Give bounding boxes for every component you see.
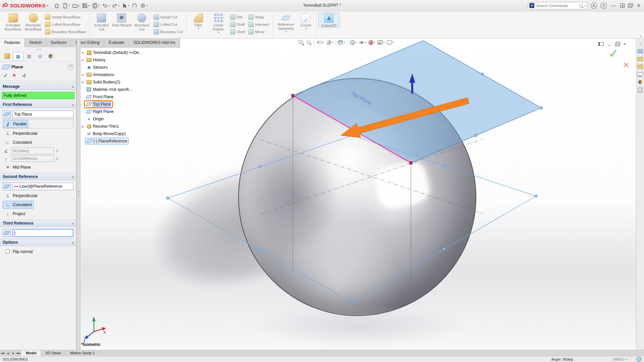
custom-properties-icon[interactable]	[638, 87, 643, 92]
apply-scene-button[interactable]: ▾	[377, 39, 385, 46]
angle-spinner[interactable]: ▴▾	[56, 149, 58, 153]
coincident2-constraint-row[interactable]: ∟ Coincident	[3, 200, 73, 209]
second-reference-field[interactable]: Line3@PlaneReference	[12, 183, 73, 190]
collapse-chevron-icon[interactable]: ▴	[72, 85, 73, 88]
minimize-button[interactable]: —	[610, 3, 617, 8]
hide-show-items-button[interactable]: ▾	[358, 39, 367, 46]
confirm-cancel-icon[interactable]: ×	[623, 59, 629, 71]
print-button[interactable]: ▾	[91, 2, 100, 9]
display-style-button[interactable]: ▾	[349, 39, 358, 46]
revolved-cut-button[interactable]: Revolved Cut	[132, 13, 152, 31]
select-cursor-button[interactable]: ▾	[121, 2, 130, 9]
restore-window-button[interactable]	[628, 4, 632, 8]
flip-normal-checkbox[interactable]	[5, 249, 10, 254]
hole-wizard-button[interactable]: Hole Wizard	[112, 13, 131, 27]
mirror-button[interactable]: Mirror	[247, 28, 270, 36]
expander-icon[interactable]: ▸	[80, 73, 85, 76]
brand-menu-caret-icon[interactable]: ▸	[47, 4, 48, 7]
design-library-icon[interactable]	[638, 57, 643, 61]
panel-splitter[interactable]	[76, 39, 80, 350]
search-commands-box[interactable]: > ▾	[528, 2, 587, 9]
keep-visible-pin-icon[interactable]: ▸	[22, 74, 25, 77]
project-constraint-row[interactable]: ↓ Project	[3, 209, 73, 218]
print-caret-icon[interactable]: ▾	[98, 4, 100, 7]
units-caret-icon[interactable]: ▾	[626, 358, 628, 361]
expander-icon[interactable]: ▾	[80, 51, 85, 54]
lofted-cut-button[interactable]: Lofted Cut	[152, 21, 184, 28]
view-settings-caret-icon[interactable]: ▾	[393, 41, 394, 44]
ribbon-collapse-icon[interactable]: ▴	[640, 35, 641, 38]
next-tab-arrow-icon[interactable]: ▶	[11, 350, 16, 356]
tile-windows-icon[interactable]	[620, 3, 625, 8]
second-reference-section-header[interactable]: Second Reference ▴	[0, 173, 76, 180]
feature-tree-item[interactable]: Right Plane	[80, 108, 176, 115]
coincident-constraint-row[interactable]: ∟ Coincident	[3, 138, 73, 146]
wrap-button[interactable]: Wrap	[247, 13, 270, 21]
feature-tree-item[interactable]: Front Plane	[80, 93, 176, 101]
message-section-header[interactable]: Message ▴	[0, 83, 76, 90]
feature-tree-item[interactable]: Material <not specifi...	[80, 86, 176, 93]
configurationmanager-tab[interactable]	[24, 52, 34, 60]
flip-normal-option[interactable]: Flip normal	[4, 248, 72, 255]
perpendicular-constraint-row[interactable]: ⊥ Perpendicular	[3, 129, 73, 137]
app-menu[interactable]: SOLIDWORKS ▸	[2, 2, 48, 9]
save-caret-icon[interactable]: ▾	[88, 4, 90, 7]
previous-tab-arrow-icon[interactable]: ◀	[5, 350, 11, 356]
perpendicular2-constraint-row[interactable]: ⊥ Perpendicular	[3, 191, 73, 200]
feature-tree-item[interactable]: Top Plane	[80, 101, 176, 108]
undo-button[interactable]: ▾	[101, 2, 110, 9]
revolved-boss-button[interactable]: Revolved Boss/Base	[23, 13, 43, 31]
search-icon[interactable]	[579, 4, 583, 7]
swept-cut-button[interactable]: Swept Cut	[152, 13, 184, 21]
pane-layout-icon[interactable]	[598, 42, 604, 46]
doc-minimize-icon[interactable]	[608, 45, 611, 46]
angle-input[interactable]: 90.00deg	[11, 147, 54, 154]
propertymanager-tab[interactable]	[13, 52, 23, 61]
lofted-boss-button[interactable]: Lofted Boss/Base	[44, 21, 88, 28]
commandmanager-tab[interactable]: Sketch	[25, 39, 46, 47]
model-view-tab[interactable]: Motion Study 1	[66, 350, 99, 356]
doc-close-icon[interactable]: ×	[623, 41, 626, 47]
pm-help-icon[interactable]: ?	[68, 64, 73, 70]
expander-icon[interactable]: ▸	[80, 58, 85, 62]
instant3d-button[interactable]: Instant3D	[318, 13, 340, 28]
edit-appearance-caret-icon[interactable]: ▾	[374, 41, 376, 44]
collapse-chevron-icon[interactable]: ▴	[72, 103, 73, 106]
task-pane-expand-icon[interactable]: ‹	[638, 41, 643, 46]
distance-spinner[interactable]: ▴▾	[56, 157, 58, 161]
section-view-caret-icon[interactable]: ▾	[332, 41, 333, 44]
dimxpertmanager-tab[interactable]	[35, 52, 45, 60]
new-document-button[interactable]: ▾	[61, 2, 70, 9]
options-section-header[interactable]: Options ▴	[0, 239, 76, 246]
commandmanager-tab[interactable]: Surfaces	[46, 39, 71, 47]
extruded-cut-button[interactable]: Extruded Cut	[92, 13, 111, 31]
rib-button[interactable]: Rib	[229, 13, 246, 21]
open-caret-icon[interactable]: ▾	[78, 4, 80, 7]
first-reference-field[interactable]: Top Plane	[12, 111, 73, 118]
boundary-cut-button[interactable]: Boundary Cut	[152, 28, 184, 36]
displaymanager-tab[interactable]	[46, 52, 56, 60]
feature-tree-item[interactable]: (-) PlaneReference	[80, 137, 176, 145]
close-button[interactable]: ×	[635, 3, 642, 9]
curves-button[interactable]: Curves ▾	[298, 13, 314, 30]
feature-tree-item[interactable]: Body-Move/Copy1	[80, 130, 176, 137]
model-view-tab[interactable]: Model	[21, 350, 41, 356]
collapse-chevron-icon[interactable]: ▴	[72, 222, 73, 225]
ok-button[interactable]: ✓	[3, 72, 8, 79]
user-account-icon[interactable]	[591, 2, 597, 9]
view-orientation-button[interactable]: ▾	[337, 39, 345, 46]
help-icon[interactable]: ?	[600, 2, 607, 9]
commandmanager-tab[interactable]: Features	[0, 39, 25, 47]
feature-tree-item[interactable]: ▸ Revolve-Thin1	[80, 123, 176, 130]
third-reference-field[interactable]	[12, 229, 73, 237]
feature-tree-item[interactable]: ▸ History	[80, 56, 176, 64]
save-button[interactable]: ▾	[81, 2, 90, 9]
panel-grip[interactable]	[0, 48, 76, 51]
display-style-caret-icon[interactable]: ▾	[356, 41, 357, 44]
distance-input[interactable]: 10.000000mm	[11, 155, 54, 162]
home-button[interactable]	[53, 2, 60, 9]
hide-show-caret-icon[interactable]: ▾	[365, 41, 366, 44]
linear-pattern-caret-icon[interactable]: ▾	[218, 31, 219, 34]
reference-geometry-caret-icon[interactable]: ▾	[285, 31, 287, 33]
search-caret-icon[interactable]: ▾	[584, 4, 586, 7]
